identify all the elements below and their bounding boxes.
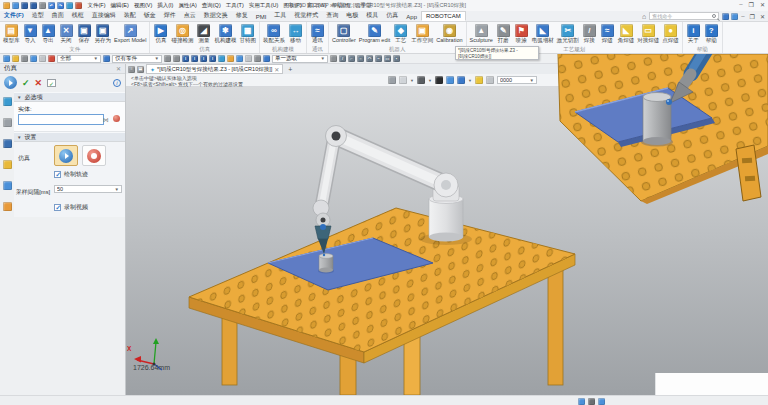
print-icon[interactable] xyxy=(39,2,46,9)
view-spin-combo[interactable]: 0000▼ xyxy=(497,76,537,84)
clock-icon[interactable] xyxy=(245,55,252,62)
ribbon-tab-查询[interactable]: 查询 xyxy=(322,10,342,21)
chevron-down-icon[interactable]: ▼ xyxy=(468,78,472,83)
maximize-icon[interactable]: ❐ xyxy=(750,13,755,20)
section-settings[interactable]: ▼ 设置 xyxy=(14,132,125,142)
rect-tool-icon[interactable]: ▭ xyxy=(384,55,391,62)
redo-icon[interactable]: ↷ xyxy=(57,2,64,9)
ribbon-button[interactable]: ✕关闭 xyxy=(58,23,75,44)
ribbon-button[interactable]: ▭对接焊缝 xyxy=(636,23,660,44)
assembly-manager-icon[interactable] xyxy=(3,118,12,127)
inset-3d-scene[interactable] xyxy=(533,54,768,204)
ok-button[interactable]: ✓ xyxy=(22,78,30,88)
menu-item[interactable]: 实用工具(U) xyxy=(246,2,281,9)
flag-icon[interactable] xyxy=(48,55,55,62)
point-tool-icon[interactable]: • xyxy=(393,55,400,62)
list-icon[interactable] xyxy=(164,55,171,62)
ribbon-button[interactable]: ✎Program edit xyxy=(358,23,392,44)
entity-pick-icon[interactable] xyxy=(113,115,120,122)
shade-mode-icon[interactable] xyxy=(417,76,425,84)
image-icon[interactable] xyxy=(236,55,243,62)
ribbon-button[interactable]: ↗Export Model xyxy=(113,23,147,44)
ribbon-button[interactable]: ◉Calibration xyxy=(435,23,463,44)
new-file-icon[interactable] xyxy=(3,2,10,9)
ribbon-tab-直接编辑[interactable]: 直接编辑 xyxy=(88,10,120,21)
bulb-icon[interactable] xyxy=(475,76,483,84)
play-simulation-button[interactable] xyxy=(54,145,78,166)
ribbon-button[interactable]: ▲Sculpture xyxy=(469,23,494,44)
ribbon-button[interactable]: ◎碰撞检测 xyxy=(170,23,194,44)
pin-icon[interactable] xyxy=(254,55,261,62)
workpiece-cylinder[interactable] xyxy=(318,254,334,274)
list-status-icon[interactable] xyxy=(598,398,605,405)
regen-icon[interactable] xyxy=(66,2,73,9)
assistant-icon[interactable] xyxy=(722,13,729,20)
open-icon[interactable] xyxy=(12,2,19,9)
menu-item[interactable]: 插入(I) xyxy=(155,2,176,9)
ribbon-button[interactable]: ◆工艺 xyxy=(392,23,409,44)
cancel-button[interactable]: ✕ xyxy=(35,78,43,88)
ribbon-button[interactable]: /焊接 xyxy=(581,23,598,44)
minimize-icon[interactable]: ‒ xyxy=(741,13,744,20)
style-icon[interactable] xyxy=(12,55,19,62)
ribbon-tab-焊件[interactable]: 焊件 xyxy=(160,10,180,21)
ribbon-tab-模具[interactable]: 模具 xyxy=(362,10,382,21)
tab-pin-icon[interactable]: ▤ xyxy=(137,66,144,73)
ribbon-button[interactable]: ≈通讯 xyxy=(309,23,326,44)
ribbon-button[interactable]: ●点焊缝 xyxy=(661,23,680,44)
ribbon-button[interactable]: ▤模型库 xyxy=(2,23,21,44)
chevron-down-icon[interactable]: ▼ xyxy=(428,78,432,83)
sort-icon[interactable] xyxy=(173,55,180,62)
pick-mode-combo[interactable]: 单一选取▼ xyxy=(272,55,328,63)
save-all-icon[interactable] xyxy=(30,2,37,9)
minimize-icon[interactable]: ‒ xyxy=(739,1,742,8)
frame-view-icon[interactable] xyxy=(388,76,396,84)
arc-tool-icon[interactable]: ◠ xyxy=(366,55,373,62)
maximize-icon[interactable]: ❐ xyxy=(749,1,754,8)
ribbon-button[interactable]: ◢测量 xyxy=(195,23,212,44)
ribbon-tab-曲面[interactable]: 曲面 xyxy=(48,10,68,21)
stop-record-button[interactable] xyxy=(82,145,106,166)
ibeam-icon[interactable]: I xyxy=(200,55,207,62)
ribbon-tab-App[interactable]: App xyxy=(402,13,421,21)
section-view-icon[interactable] xyxy=(399,76,407,84)
ribbon-button[interactable]: ▶仿真 xyxy=(152,23,169,44)
close-icon[interactable]: ✕ xyxy=(760,13,765,20)
inset-3d-viewport[interactable] xyxy=(533,54,768,204)
ribbon-button[interactable]: ✂激光切割 xyxy=(556,23,580,44)
tab-list-icon[interactable]: ≡ xyxy=(128,66,135,73)
ribbon-button[interactable]: ▢Controller xyxy=(331,23,357,44)
paint-icon[interactable] xyxy=(218,55,225,62)
ribbon-tab-电极[interactable]: 电极 xyxy=(342,10,362,21)
ribbon-tab-文件(F)[interactable]: 文件(F) xyxy=(0,10,28,21)
polyline-tool-icon[interactable]: ⌐ xyxy=(348,55,355,62)
ribbon-button[interactable]: i关于 xyxy=(685,23,702,44)
ibeam-icon[interactable]: I xyxy=(209,55,216,62)
entity-filter-icon[interactable]: ⋈ xyxy=(103,116,109,123)
ribbon-button[interactable]: ◣电弧增材 xyxy=(531,23,555,44)
ribbon-tab-ROBOTCAM[interactable]: ROBOTCAM xyxy=(421,11,466,21)
ribbon-button[interactable]: ✱机构建模 xyxy=(213,23,237,44)
options-icon[interactable] xyxy=(75,2,82,9)
grid-status-icon[interactable] xyxy=(578,398,585,405)
ibeam-icon[interactable]: I xyxy=(182,55,189,62)
ibeam-icon[interactable]: I xyxy=(191,55,198,62)
account-icon[interactable] xyxy=(731,13,738,20)
history-manager-icon[interactable] xyxy=(3,97,12,106)
ribbon-tab-PMI[interactable]: PMI xyxy=(252,13,271,21)
ribbon-button[interactable]: ▣工作空间 xyxy=(410,23,434,44)
window-view-icon[interactable] xyxy=(446,76,454,84)
ribbon-tab-修复[interactable]: 修复 xyxy=(232,10,252,21)
ribbon-button[interactable]: ↔移动 xyxy=(287,23,304,44)
minus-icon[interactable] xyxy=(21,55,28,62)
ribbon-tab-视觉样式[interactable]: 视觉样式 xyxy=(290,10,322,21)
filter-combo[interactable]: 全部▼ xyxy=(57,55,101,63)
search-command-box[interactable]: 查找命令 xyxy=(649,12,719,20)
select-arrow-icon[interactable] xyxy=(330,55,337,62)
apply-button[interactable] xyxy=(47,79,56,87)
section-required[interactable]: ▼ 必选项 xyxy=(14,92,125,102)
ribbon-button[interactable]: ▲导出 xyxy=(40,23,57,44)
record-video-checkbox[interactable] xyxy=(54,204,61,211)
save-icon[interactable] xyxy=(21,2,28,9)
part-icon[interactable] xyxy=(103,55,110,62)
